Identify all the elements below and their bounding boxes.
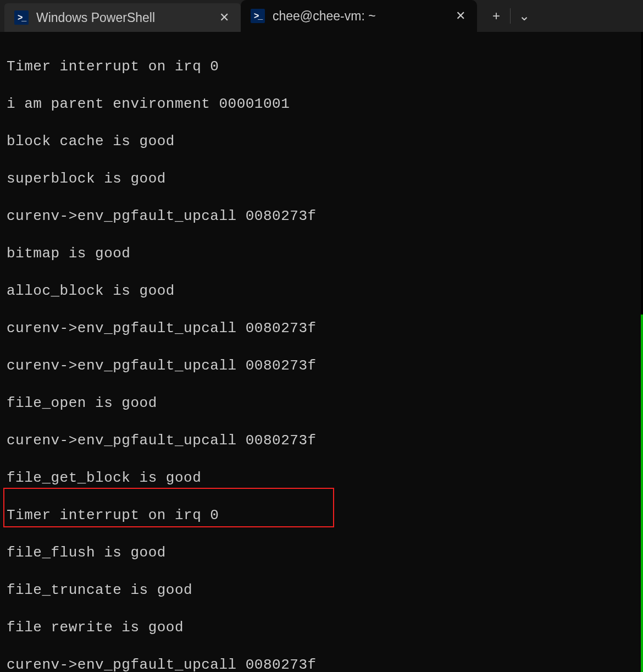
powershell-icon	[251, 9, 265, 23]
terminal-line: curenv->env_pgfault_upcall 0080273f	[7, 319, 643, 338]
terminal-line: file_truncate is good	[7, 581, 643, 599]
close-icon[interactable]: ✕	[454, 9, 467, 23]
tab-title: Windows PowerShell	[36, 10, 210, 25]
terminal-line: superblock is good	[7, 169, 643, 188]
terminal-output[interactable]: Timer interrupt on irq 0 i am parent env…	[0, 32, 643, 672]
terminal-line: block cache is good	[7, 132, 643, 151]
terminal-line: Timer interrupt on irq 0	[7, 506, 643, 525]
new-tab-button[interactable]: +	[483, 5, 510, 27]
terminal-line: file rewrite is good	[7, 618, 643, 637]
terminal-line: curenv->env_pgfault_upcall 0080273f	[7, 356, 643, 375]
tab-bar-actions: + ⌄	[483, 0, 538, 32]
tab-dropdown-button[interactable]: ⌄	[511, 5, 538, 27]
close-icon[interactable]: ✕	[218, 11, 231, 24]
scrollbar-track	[641, 32, 643, 315]
terminal-line: i am parent environment 00001001	[7, 95, 643, 113]
scrollbar[interactable]	[641, 32, 643, 672]
tab-title: chee@chee-vm: ~	[273, 9, 446, 24]
terminal-line: Timer interrupt on irq 0	[7, 57, 643, 76]
terminal-line: curenv->env_pgfault_upcall 0080273f	[7, 656, 643, 672]
terminal-line: file_flush is good	[7, 543, 643, 562]
terminal-line: curenv->env_pgfault_upcall 0080273f	[7, 207, 643, 225]
tab-windows-powershell[interactable]: Windows PowerShell ✕	[4, 3, 241, 32]
terminal-line: bitmap is good	[7, 244, 643, 263]
terminal-line: alloc_block is good	[7, 282, 643, 300]
terminal-line: file_get_block is good	[7, 469, 643, 487]
tab-chee-vm[interactable]: chee@chee-vm: ~ ✕	[241, 0, 477, 32]
terminal-line: file_open is good	[7, 394, 643, 412]
powershell-icon	[14, 10, 29, 25]
tab-bar: Windows PowerShell ✕ chee@chee-vm: ~ ✕ +…	[0, 0, 643, 32]
terminal-line: curenv->env_pgfault_upcall 0080273f	[7, 431, 643, 450]
scrollbar-thumb[interactable]	[641, 315, 643, 672]
terminal[interactable]: Timer interrupt on irq 0 i am parent env…	[0, 32, 643, 672]
